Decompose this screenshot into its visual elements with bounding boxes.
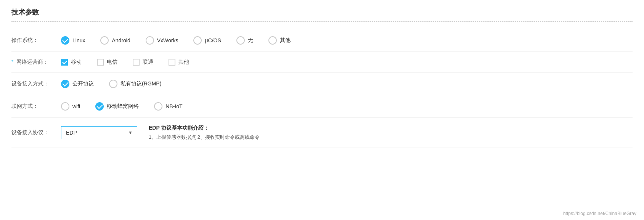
radio-option-wifi[interactable]: wifi: [61, 102, 80, 111]
checkbox-option-unicom[interactable]: 联通: [133, 59, 153, 66]
form-row-os: 操作系统：LinuxAndroidVxWorksμC/OS无其他: [11, 29, 633, 52]
radio-option-ucos[interactable]: μC/OS: [193, 36, 221, 45]
label-os: 操作系统：: [11, 37, 61, 44]
radio-circle-cellular: [95, 102, 104, 111]
radio-label-vxworks: VxWorks: [157, 37, 178, 43]
radio-label-open: 公开协议: [72, 80, 94, 87]
radio-circle-none: [236, 36, 245, 45]
checkbox-option-other[interactable]: 其他: [169, 59, 189, 66]
radio-label-ucos: μC/OS: [205, 37, 221, 43]
label-access: 设备接入方式：: [11, 80, 61, 87]
form-row-access: 设备接入方式：公开协议私有协议(RGMP): [11, 73, 633, 95]
label-network: 联网方式：: [11, 103, 61, 110]
radio-label-wifi: wifi: [72, 103, 80, 109]
radio-circle-other: [268, 36, 277, 45]
checkbox-label-mobile: 移动: [71, 59, 82, 66]
radio-circle-private: [109, 80, 117, 88]
radio-label-linux: Linux: [72, 37, 85, 43]
checkbox-box-telecom: [97, 59, 104, 66]
radio-option-open[interactable]: 公开协议: [61, 80, 94, 88]
radio-circle-wifi: [61, 102, 69, 111]
radio-option-linux[interactable]: Linux: [61, 36, 85, 45]
radio-label-cellular: 移动蜂窝网络: [107, 103, 139, 110]
radio-option-none[interactable]: 无: [236, 36, 253, 45]
protocol-info: EDP 协议基本功能介绍：1、上报传感器数据点 2、接收实时命令或离线命令: [149, 125, 260, 141]
radio-circle-vxworks: [146, 36, 154, 45]
radio-group-access: 公开协议私有协议(RGMP): [61, 80, 177, 88]
checkbox-box-other: [169, 59, 175, 66]
checkbox-group-carrier: 移动电信联通其他: [61, 59, 204, 66]
checkbox-option-mobile[interactable]: 移动: [61, 59, 82, 66]
checkbox-box-unicom: [133, 59, 140, 66]
radio-circle-ucos: [193, 36, 202, 45]
section-title: 技术参数: [11, 8, 633, 22]
protocol-info-title: EDP 协议基本功能介绍：: [149, 125, 260, 132]
radio-option-other[interactable]: 其他: [268, 36, 291, 45]
radio-option-android[interactable]: Android: [100, 36, 130, 45]
checkbox-option-telecom[interactable]: 电信: [97, 59, 117, 66]
radio-option-nbiot[interactable]: NB-IoT: [154, 102, 182, 111]
radio-label-none: 无: [248, 37, 253, 44]
radio-circle-linux: [61, 36, 69, 45]
radio-option-cellular[interactable]: 移动蜂窝网络: [95, 102, 139, 111]
radio-label-private: 私有协议(RGMP): [120, 80, 161, 87]
checkbox-box-mobile: [61, 59, 68, 66]
form-row-carrier: * 网络运营商：移动电信联通其他: [11, 52, 633, 73]
form-row-network: 联网方式：wifi移动蜂窝网络NB-IoT: [11, 95, 633, 118]
radio-group-network: wifi移动蜂窝网络NB-IoT: [61, 102, 198, 111]
radio-option-private[interactable]: 私有协议(RGMP): [109, 80, 161, 88]
required-star: *: [11, 59, 15, 65]
radio-label-nbiot: NB-IoT: [165, 103, 182, 109]
radio-label-android: Android: [112, 37, 130, 43]
radio-group-os: LinuxAndroidVxWorksμC/OS无其他: [61, 36, 306, 45]
radio-label-other: 其他: [280, 37, 291, 44]
form-row-protocol: 设备接入协议：EDPMQTTHTTPTCP▼EDP 协议基本功能介绍：1、上报传…: [11, 118, 633, 148]
radio-circle-open: [61, 80, 69, 88]
checkbox-label-unicom: 联通: [143, 59, 153, 66]
label-carrier: * 网络运营商：: [11, 59, 61, 66]
checkbox-label-telecom: 电信: [107, 59, 117, 66]
radio-circle-nbiot: [154, 102, 162, 111]
dropdown-wrapper-protocol: EDPMQTTHTTPTCP▼: [61, 126, 137, 139]
radio-circle-android: [100, 36, 109, 45]
dropdown-protocol[interactable]: EDPMQTTHTTPTCP: [61, 126, 137, 139]
protocol-info-desc: 1、上报传感器数据点 2、接收实时命令或离线命令: [149, 134, 260, 141]
radio-option-vxworks[interactable]: VxWorks: [146, 36, 178, 45]
label-protocol: 设备接入协议：: [11, 129, 61, 136]
checkbox-label-other: 其他: [178, 59, 189, 66]
